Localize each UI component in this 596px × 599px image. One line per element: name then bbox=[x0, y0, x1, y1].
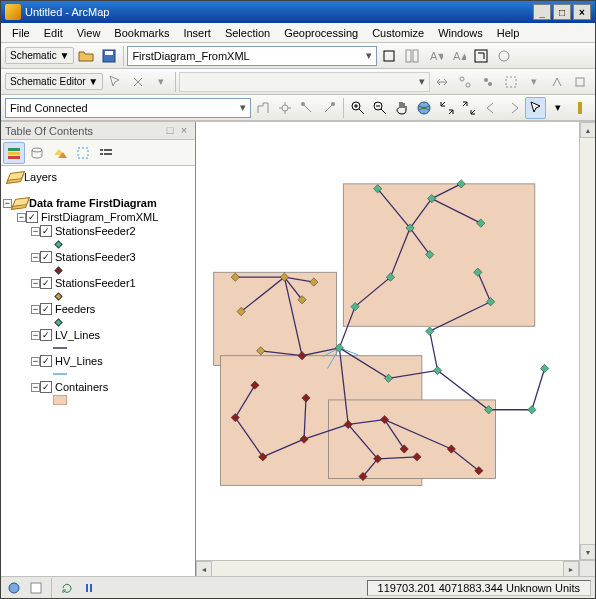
tool-f2[interactable] bbox=[570, 97, 591, 119]
tool-e6[interactable]: ▾ bbox=[523, 71, 545, 93]
trace-tool-3[interactable] bbox=[297, 97, 318, 119]
collapse-icon[interactable]: − bbox=[31, 279, 40, 288]
toc-symbol-5[interactable] bbox=[3, 368, 193, 380]
trace-tool-4[interactable] bbox=[319, 97, 340, 119]
toc-layer-6[interactable]: − ✓Containers bbox=[3, 380, 193, 394]
checkbox-icon[interactable]: ✓ bbox=[26, 211, 38, 223]
move-tool[interactable] bbox=[127, 71, 149, 93]
data-view-button[interactable] bbox=[5, 579, 23, 597]
trace-tool-1[interactable] bbox=[252, 97, 273, 119]
menu-selection[interactable]: Selection bbox=[218, 25, 277, 41]
fixed-zoom-out-button[interactable] bbox=[458, 97, 479, 119]
pan-button[interactable] bbox=[392, 97, 413, 119]
tool-e1[interactable]: ▾ bbox=[150, 71, 172, 93]
menu-geoprocessing[interactable]: Geoprocessing bbox=[277, 25, 365, 41]
open-diagram-button[interactable] bbox=[75, 45, 97, 67]
diagram-combo[interactable]: FirstDiagram_FromXML ▾ bbox=[127, 46, 377, 66]
checkbox-icon[interactable]: ✓ bbox=[40, 277, 52, 289]
collapse-icon[interactable]: − bbox=[31, 227, 40, 236]
toc-layer-3[interactable]: − ✓Feeders bbox=[3, 302, 193, 316]
edit-tool[interactable] bbox=[104, 71, 126, 93]
toc-root-dataframe[interactable]: − Data frame FirstDiagram bbox=[3, 196, 193, 210]
toc-layer-5[interactable]: − ✓HV_Lines bbox=[3, 354, 193, 368]
collapse-icon[interactable]: − bbox=[31, 331, 40, 340]
menu-edit[interactable]: Edit bbox=[37, 25, 70, 41]
tool-e8[interactable] bbox=[569, 71, 591, 93]
tool-b1[interactable] bbox=[401, 45, 423, 67]
collapse-icon[interactable]: − bbox=[3, 199, 12, 208]
next-extent-button[interactable] bbox=[503, 97, 524, 119]
toc-close-button[interactable]: × bbox=[177, 124, 191, 138]
text-large-button[interactable]: A▲ bbox=[447, 45, 469, 67]
collapse-icon[interactable]: − bbox=[17, 213, 26, 222]
prev-extent-button[interactable] bbox=[481, 97, 502, 119]
minimize-button[interactable]: _ bbox=[533, 4, 551, 20]
toc-symbol-0[interactable] bbox=[3, 238, 193, 250]
collapse-icon[interactable]: − bbox=[31, 305, 40, 314]
toc-symbol-2[interactable] bbox=[3, 290, 193, 302]
menu-view[interactable]: View bbox=[70, 25, 108, 41]
trace-tool-2[interactable] bbox=[274, 97, 295, 119]
tool-f1[interactable]: ▾ bbox=[547, 97, 568, 119]
checkbox-icon[interactable]: ✓ bbox=[40, 329, 52, 341]
toc-layer-0[interactable]: − ✓StationsFeeder2 bbox=[3, 224, 193, 238]
toc-layer-4[interactable]: − ✓LV_Lines bbox=[3, 328, 193, 342]
tool-e2[interactable] bbox=[431, 71, 453, 93]
schematic-editor-dropdown[interactable]: Schematic Editor ▼ bbox=[5, 73, 103, 90]
fixed-zoom-in-button[interactable] bbox=[436, 97, 457, 119]
options-button[interactable] bbox=[95, 142, 117, 164]
collapse-icon[interactable]: − bbox=[31, 357, 40, 366]
find-combo[interactable]: Find Connected ▾ bbox=[5, 98, 251, 118]
checkbox-icon[interactable]: ✓ bbox=[40, 381, 52, 393]
tool-b3[interactable] bbox=[493, 45, 515, 67]
pause-drawing-button[interactable] bbox=[80, 579, 98, 597]
checkbox-icon[interactable]: ✓ bbox=[40, 251, 52, 263]
menu-help[interactable]: Help bbox=[490, 25, 527, 41]
menu-insert[interactable]: Insert bbox=[176, 25, 218, 41]
scrollbar-vertical[interactable]: ▲ ▼ bbox=[579, 122, 595, 560]
toc-symbol-1[interactable] bbox=[3, 264, 193, 276]
toc-symbol-4[interactable] bbox=[3, 342, 193, 354]
close-button[interactable]: × bbox=[573, 4, 591, 20]
tool-b2[interactable] bbox=[470, 45, 492, 67]
tool-e5[interactable] bbox=[500, 71, 522, 93]
list-by-selection-button[interactable] bbox=[72, 142, 94, 164]
collapse-icon[interactable]: − bbox=[31, 253, 40, 262]
tool-e3[interactable] bbox=[454, 71, 476, 93]
text-small-button[interactable]: A▼ bbox=[424, 45, 446, 67]
scrollbar-horizontal[interactable]: ◄ ► bbox=[196, 560, 595, 576]
full-extent-button[interactable] bbox=[414, 97, 435, 119]
list-by-drawing-order-button[interactable] bbox=[3, 142, 25, 164]
checkbox-icon[interactable]: ✓ bbox=[40, 225, 52, 237]
menu-windows[interactable]: Windows bbox=[431, 25, 490, 41]
zoom-in-button[interactable] bbox=[347, 97, 368, 119]
layout-view-button[interactable] bbox=[27, 579, 45, 597]
toc-layer-2[interactable]: − ✓StationsFeeder1 bbox=[3, 276, 193, 290]
toc-root-layers[interactable]: Layers bbox=[3, 170, 193, 184]
editor-combo[interactable]: ▾ bbox=[179, 72, 430, 92]
checkbox-icon[interactable]: ✓ bbox=[40, 355, 52, 367]
toc-pin-button[interactable]: □ bbox=[163, 124, 177, 138]
list-by-visibility-button[interactable] bbox=[49, 142, 71, 164]
tool-e4[interactable] bbox=[477, 71, 499, 93]
save-diagram-button[interactable] bbox=[98, 45, 120, 67]
map-canvas[interactable] bbox=[196, 122, 579, 560]
collapse-icon[interactable]: − bbox=[31, 383, 40, 392]
tool-e7[interactable] bbox=[546, 71, 568, 93]
refresh-view-button[interactable] bbox=[58, 579, 76, 597]
toc-tree[interactable]: Layers− Data frame FirstDiagram− ✓FirstD… bbox=[1, 166, 195, 576]
menu-file[interactable]: File bbox=[5, 25, 37, 41]
toc-diagram[interactable]: − ✓FirstDiagram_FromXML bbox=[3, 210, 193, 224]
refresh-button[interactable] bbox=[378, 45, 400, 67]
toc-symbol-3[interactable] bbox=[3, 316, 193, 328]
checkbox-icon[interactable]: ✓ bbox=[40, 303, 52, 315]
maximize-button[interactable]: □ bbox=[553, 4, 571, 20]
select-elements-button[interactable] bbox=[525, 97, 546, 119]
schematic-dropdown[interactable]: Schematic ▼ bbox=[5, 47, 74, 64]
menu-bookmarks[interactable]: Bookmarks bbox=[107, 25, 176, 41]
list-by-source-button[interactable] bbox=[26, 142, 48, 164]
menu-customize[interactable]: Customize bbox=[365, 25, 431, 41]
toc-symbol-6[interactable] bbox=[3, 394, 193, 406]
toc-layer-1[interactable]: − ✓StationsFeeder3 bbox=[3, 250, 193, 264]
zoom-out-button[interactable] bbox=[369, 97, 390, 119]
